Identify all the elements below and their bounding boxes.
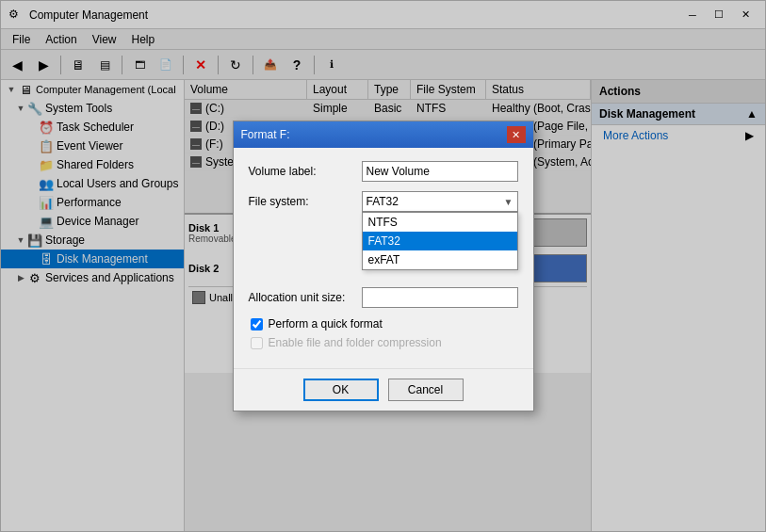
file-system-select[interactable]: FAT32 ▼ bbox=[362, 191, 518, 212]
file-system-dropdown: NTFS FAT32 exFAT bbox=[362, 212, 518, 270]
compression-row: Enable file and folder compression bbox=[249, 336, 518, 349]
dropdown-arrow: ▼ bbox=[504, 197, 513, 207]
file-system-row: File system: FAT32 ▼ NTFS FAT32 exFAT bbox=[249, 191, 518, 212]
modal-close-button[interactable]: ✕ bbox=[507, 126, 526, 143]
format-dialog: Format F: ✕ Volume label: File system: F… bbox=[233, 121, 534, 411]
file-system-select-wrapper: FAT32 ▼ NTFS FAT32 exFAT bbox=[362, 191, 518, 212]
file-system-label: File system: bbox=[249, 195, 362, 208]
quick-format-row: Perform a quick format bbox=[249, 317, 518, 330]
modal-title: Format F: bbox=[241, 128, 290, 141]
option-ntfs[interactable]: NTFS bbox=[363, 213, 517, 232]
alloc-unit-input[interactable] bbox=[362, 287, 518, 308]
volume-label-label: Volume label: bbox=[249, 165, 362, 178]
quick-format-label: Perform a quick format bbox=[269, 317, 383, 330]
modal-overlay: Format F: ✕ Volume label: File system: F… bbox=[1, 1, 765, 531]
volume-label-input[interactable] bbox=[362, 161, 518, 182]
quick-format-checkbox[interactable] bbox=[251, 318, 263, 330]
modal-body: Volume label: File system: FAT32 ▼ NTFS bbox=[234, 148, 533, 368]
alloc-unit-row: Allocation unit size: bbox=[249, 287, 518, 308]
option-exfat[interactable]: exFAT bbox=[363, 250, 517, 269]
alloc-unit-label: Allocation unit size: bbox=[249, 291, 362, 304]
main-window: ⚙ Computer Management ─ ☐ ✕ File Action … bbox=[0, 0, 766, 532]
option-fat32[interactable]: FAT32 bbox=[363, 232, 517, 250]
compression-checkbox[interactable] bbox=[251, 337, 263, 349]
modal-footer: OK Cancel bbox=[234, 368, 533, 411]
ok-button[interactable]: OK bbox=[303, 379, 379, 401]
volume-label-row: Volume label: bbox=[249, 161, 518, 182]
compression-label: Enable file and folder compression bbox=[269, 336, 442, 349]
cancel-button[interactable]: Cancel bbox=[388, 379, 464, 401]
file-system-value: FAT32 bbox=[367, 195, 399, 208]
modal-title-bar: Format F: ✕ bbox=[234, 121, 533, 148]
